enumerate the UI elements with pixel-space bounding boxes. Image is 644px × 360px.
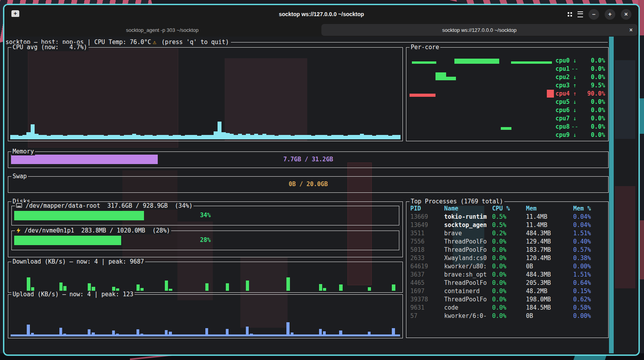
chart-bar — [242, 135, 246, 139]
process-mem: 129.4MB — [526, 238, 571, 245]
chart-bar — [51, 135, 55, 139]
core-value: 9.5% — [580, 82, 605, 89]
process-name: Xwayland:cs0 — [444, 255, 491, 262]
chart-bar — [132, 134, 136, 139]
process-cpu: 0.5% — [492, 222, 524, 229]
chart-bar — [307, 135, 311, 139]
chart-bar — [193, 135, 197, 139]
disks-panel: Disks /dev/mapper/data-root 317.6GB / 92… — [8, 201, 403, 257]
chart-bar — [140, 334, 143, 336]
chart-bar — [226, 329, 229, 336]
process-cpu: 0.0% — [492, 263, 524, 270]
chart-bar — [39, 135, 42, 139]
process-pid: 4465 — [410, 279, 442, 286]
maximize-button[interactable]: + — [605, 9, 615, 20]
chart-bar — [368, 332, 371, 336]
chart-bar — [348, 135, 352, 139]
core-value: 90.0% — [580, 90, 605, 97]
chart-bar — [376, 135, 380, 139]
process-mem-pct: 0.00% — [573, 312, 605, 319]
chart-bar — [140, 136, 144, 139]
process-pid: 5018 — [410, 246, 442, 253]
per-core-row: cpu3↑9.5% — [555, 81, 605, 89]
chart-bar — [169, 332, 172, 336]
upload-panel: Upload (KB/s) — now: 4 | peak: 123 — [8, 294, 403, 338]
chart-bar — [201, 135, 205, 139]
tab-socktop-active[interactable]: socktop ws://127.0.0.0 ~/socktop × — [321, 24, 637, 36]
chart-bar — [116, 135, 120, 139]
chart-bar — [384, 135, 388, 139]
chart-bar — [92, 287, 95, 291]
core-value: 0.0% — [580, 115, 605, 122]
trend-arrow-icon: ↓ — [570, 57, 580, 64]
download-chart — [11, 266, 400, 291]
minimize-button[interactable]: – — [589, 9, 599, 20]
trend-arrow-icon: ↑ — [570, 82, 580, 89]
tab-socktop-agent[interactable]: socktop_agent -p 303 ~/socktop — [4, 23, 320, 37]
process-row: 57kworker/6:0-0.0%0B0.00% — [406, 312, 608, 321]
chart-bar — [323, 135, 327, 139]
core-name: cpu2 — [555, 74, 570, 81]
close-button[interactable]: × — [621, 9, 631, 20]
menu-icon[interactable] — [578, 11, 583, 17]
chart-bar — [360, 134, 364, 139]
chart-bar — [343, 136, 347, 139]
processes-panel: Top Processes (1769 total) PID Name CPU … — [406, 201, 609, 338]
chart-bar — [153, 136, 157, 139]
process-row: 39378ThreadPoolFo0.0%198.0MB0.62% — [406, 296, 608, 304]
titlebar: + socktop ws://127.0.0.0 ~/socktop – + × — [4, 5, 638, 23]
chart-bar — [397, 135, 400, 139]
tab-close-icon[interactable]: × — [629, 27, 633, 33]
chart-bar — [59, 282, 63, 291]
core-value: 0.0% — [580, 107, 605, 114]
per-core-spark-segment — [412, 61, 436, 64]
chart-bar — [339, 284, 342, 291]
tab-overview-icon[interactable] — [568, 12, 572, 17]
process-name: ThreadPoolFo — [444, 246, 491, 253]
core-value: 0.0% — [580, 57, 605, 64]
process-row: 9631code0.0%184.5MB0.58% — [406, 304, 608, 312]
chart-bar — [137, 329, 139, 336]
core-value: 0.0% — [580, 65, 605, 72]
per-core-spark-segment — [446, 77, 456, 80]
chart-bar — [47, 136, 51, 139]
process-mem-pct: 0.57% — [573, 246, 605, 253]
process-pid: 3511 — [410, 230, 442, 237]
chart-bar — [352, 135, 356, 139]
chart-bar — [161, 135, 164, 139]
chart-bar — [250, 334, 253, 336]
download-title: Download (KB/s) — now: 4 | peak: 9687 — [11, 258, 145, 266]
chart-bar — [336, 135, 340, 139]
chart-bar — [258, 135, 262, 139]
cpu-avg-panel: CPU avg (now: 4.7%) — [8, 47, 403, 141]
process-row: 64619kworker/u80:0.0%0B0.00% — [406, 263, 608, 271]
chart-bar — [35, 134, 39, 139]
chart-bar — [169, 136, 173, 139]
chart-bar — [83, 136, 87, 139]
process-mem: 48.2MB — [526, 288, 571, 295]
tab-label: socktop_agent -p 303 ~/socktop — [126, 27, 199, 33]
chart-bar — [286, 277, 290, 291]
chart-bar — [266, 135, 270, 139]
core-name: cpu8 — [555, 123, 570, 130]
chart-bar — [27, 325, 30, 336]
chart-bar — [356, 135, 360, 139]
disk-pct-label: 34% — [200, 212, 210, 219]
per-core-row: cpu8--0.0% — [555, 122, 605, 131]
process-name: kworker/6:0- — [444, 312, 491, 319]
process-mem: 11.4MB — [526, 213, 571, 220]
chart-bar — [218, 122, 221, 139]
chart-bar — [55, 135, 59, 139]
process-mem-pct: 1.51% — [573, 271, 605, 278]
process-row: 3511brave0.2%484.3MB1.51% — [406, 230, 608, 238]
chart-bar — [315, 135, 319, 139]
chart-bar — [291, 332, 293, 336]
per-core-spark-segment — [501, 127, 511, 130]
process-row: 5018ThreadPoolFo0.0%183.7MB0.57% — [406, 246, 608, 255]
chart-bar — [71, 135, 75, 139]
process-pid: 13649 — [410, 222, 442, 229]
chart-bar — [88, 283, 91, 291]
chart-bar — [120, 136, 124, 139]
chart-bar — [165, 330, 168, 336]
process-cpu: 0.0% — [492, 279, 524, 286]
